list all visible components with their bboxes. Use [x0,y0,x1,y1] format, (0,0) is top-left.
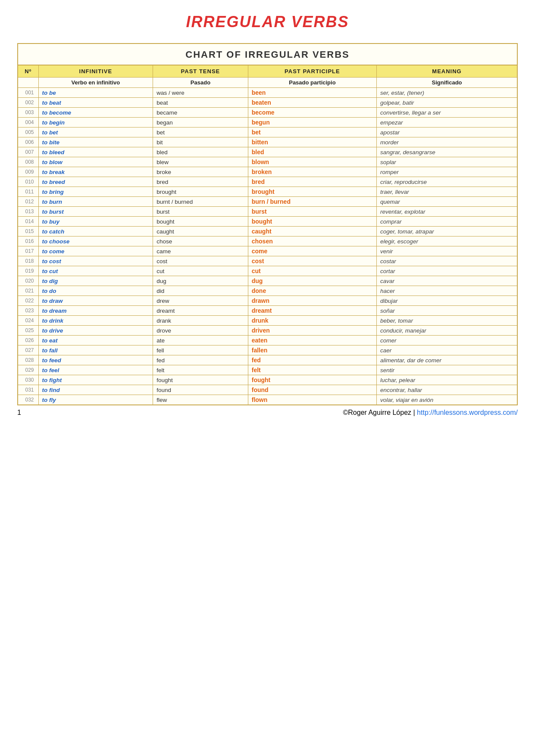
meaning-cell: hacer [377,286,517,296]
table-row: 029to feelfeltfeltsentir [18,365,517,375]
meaning-cell: soplar [377,157,517,167]
row-num: 005 [18,128,38,137]
past-tense-cell: dreamt [153,306,248,316]
infinitive-cell: to bring [38,187,153,197]
meaning-cell: costar [377,256,517,266]
past-tense-cell: felt [153,365,248,375]
meaning-cell: empezar [377,118,517,128]
infinitive-cell: to bet [38,128,153,137]
sub-significado: Significado [377,78,517,88]
meaning-cell: luchar, pelear [377,375,517,385]
col-past-participle-header: PAST PARTICIPLE [248,65,376,78]
infinitive-cell: to buy [38,217,153,227]
past-participle-cell: burn / burned [248,197,376,207]
past-tense-cell: became [153,108,248,118]
past-tense-cell: found [153,385,248,395]
past-participle-cell: found [248,385,376,395]
past-participle-cell: burst [248,207,376,217]
past-tense-cell: fed [153,355,248,365]
table-row: 015to catchcaughtcaughtcoger, tomar, atr… [18,227,517,236]
row-num: 015 [18,227,38,236]
row-num: 022 [18,296,38,306]
meaning-cell: reventar, explotar [377,207,517,217]
table-row: 003to becomebecamebecomeconvertirse, lle… [18,108,517,118]
past-participle-cell: done [248,286,376,296]
meaning-cell: volar, viajar en avión [377,395,517,405]
row-num: 020 [18,276,38,286]
row-num: 032 [18,395,38,405]
past-participle-cell: broken [248,167,376,177]
meaning-cell: morder [377,137,517,147]
past-tense-cell: brought [153,187,248,197]
row-num: 008 [18,157,38,167]
row-num: 010 [18,177,38,187]
past-participle-cell: beaten [248,98,376,108]
infinitive-cell: to bite [38,137,153,147]
row-num: 030 [18,375,38,385]
past-tense-cell: burst [153,207,248,217]
sub-past: Pasado [153,78,248,88]
footer-link[interactable]: http://funlessons.wordpress.com/ [417,409,518,416]
page-number: 1 [17,409,21,417]
past-participle-cell: bled [248,147,376,157]
infinitive-cell: to blow [38,157,153,167]
meaning-cell: golpear, batir [377,98,517,108]
row-num: 018 [18,256,38,266]
past-participle-cell: brought [248,187,376,197]
past-participle-cell: bet [248,128,376,137]
past-participle-cell: fallen [248,345,376,355]
row-num: 012 [18,197,38,207]
past-tense-cell: fell [153,345,248,355]
past-participle-cell: begun [248,118,376,128]
past-participle-cell: eaten [248,336,376,345]
row-num: 003 [18,108,38,118]
past-participle-cell: come [248,246,376,256]
row-num: 011 [18,187,38,197]
infinitive-cell: to eat [38,336,153,345]
infinitive-cell: to come [38,246,153,256]
table-row: 025to drivedrovedrivenconducir, manejar [18,326,517,336]
meaning-cell: comprar [377,217,517,227]
infinitive-cell: to burst [38,207,153,217]
past-tense-cell: drank [153,316,248,326]
past-participle-cell: drunk [248,316,376,326]
past-participle-cell: felt [248,365,376,375]
past-tense-cell: bled [153,147,248,157]
row-num: 029 [18,365,38,375]
table-row: 001to bewas / werebeenser, estar, (tener… [18,88,517,98]
row-num: 019 [18,266,38,276]
past-participle-cell: bred [248,177,376,187]
sub-participio: Pasado participio [248,78,376,88]
infinitive-cell: to catch [38,227,153,236]
table-row: 007to bleedbledbledsangrar, desangrarse [18,147,517,157]
table-row: 004to beginbeganbegunempezar [18,118,517,128]
table-row: 019to cutcutcutcortar [18,266,517,276]
meaning-cell: encontrar, hallar [377,385,517,395]
infinitive-cell: to do [38,286,153,296]
meaning-cell: beber, tomar [377,316,517,326]
row-num: 009 [18,167,38,177]
table-row: 012to burnburnt / burnedburn / burnedque… [18,197,517,207]
past-tense-cell: beat [153,98,248,108]
meaning-cell: criar, reproducirse [377,177,517,187]
infinitive-cell: to be [38,88,153,98]
infinitive-cell: to drive [38,326,153,336]
infinitive-cell: to burn [38,197,153,207]
row-num: 028 [18,355,38,365]
row-num: 025 [18,326,38,336]
table-row: 031to findfoundfoundencontrar, hallar [18,385,517,395]
infinitive-cell: to dig [38,276,153,286]
table-row: 013to burstburstburstreventar, explotar [18,207,517,217]
meaning-cell: coger, tomar, atrapar [377,227,517,236]
footer: 1 ©Roger Aguirre López | http://funlesso… [17,405,518,417]
row-num: 002 [18,98,38,108]
past-tense-cell: broke [153,167,248,177]
footer-copyright: ©Roger Aguirre López | http://funlessons… [343,409,518,417]
past-tense-cell: bet [153,128,248,137]
table-row: 016to choosechosechosenelegir, escoger [18,236,517,246]
infinitive-cell: to cut [38,266,153,276]
row-num: 031 [18,385,38,395]
row-num: 021 [18,286,38,296]
past-tense-cell: began [153,118,248,128]
past-participle-cell: flown [248,395,376,405]
